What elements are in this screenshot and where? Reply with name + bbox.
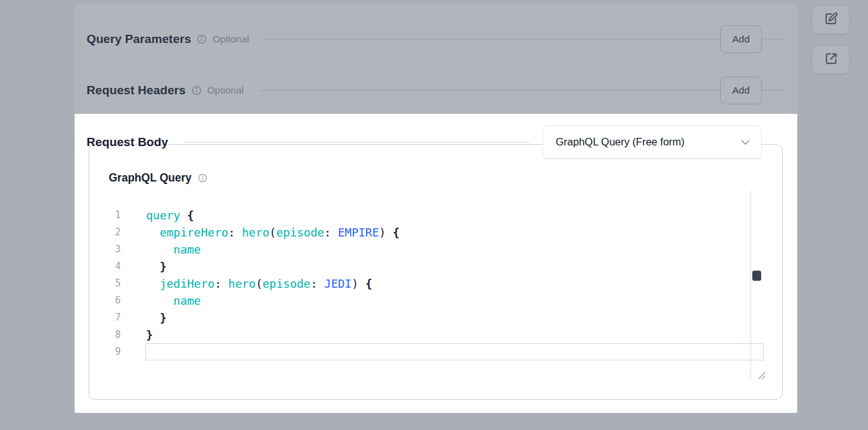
code-line: name: [146, 292, 745, 309]
external-link-icon: [824, 51, 838, 68]
code-line: name: [146, 241, 745, 258]
request-headers-title: Request Headers: [87, 83, 186, 97]
code-lines: query { empireHero: hero(episode: EMPIRE…: [146, 207, 745, 360]
line-number: 5: [106, 275, 122, 292]
optional-label: Optional: [207, 85, 244, 96]
body-type-select-value: GraphQL Query (Free form): [556, 136, 685, 148]
line-number-gutter: 123456789: [106, 207, 122, 360]
edit-icon: [824, 11, 838, 28]
optional-label: Optional: [212, 34, 249, 45]
add-request-header-button[interactable]: Add: [720, 77, 762, 104]
resize-handle[interactable]: [757, 370, 766, 379]
info-icon[interactable]: [197, 34, 207, 44]
divider-line: [266, 39, 784, 40]
code-line: }: [146, 326, 745, 343]
info-icon[interactable]: [198, 173, 207, 183]
line-number: 6: [106, 292, 122, 309]
add-query-parameter-button[interactable]: Add: [720, 25, 762, 53]
line-number: 3: [106, 241, 122, 258]
query-parameters-title: Query Parameters: [87, 32, 191, 46]
request-headers-section: Request Headers Optional Add: [87, 77, 798, 104]
line-number: 9: [106, 343, 122, 360]
code-line: }: [146, 309, 745, 326]
request-body-header: Request Body GraphQL Query (Free form): [87, 125, 798, 159]
graphql-query-label: GraphQL Query: [109, 171, 192, 185]
body-type-select[interactable]: GraphQL Query (Free form): [542, 125, 762, 159]
line-number: 1: [106, 207, 122, 224]
divider-line: [260, 90, 784, 91]
graphql-query-fieldset: GraphQL Query 123456789 query { empireHe…: [89, 144, 783, 400]
divider-line: [183, 142, 530, 143]
scrollbar-track-divider: [750, 190, 751, 378]
code-line: empireHero: hero(episode: EMPIRE) {: [146, 224, 745, 241]
chevron-down-icon: [740, 137, 751, 148]
query-parameters-section: Query Parameters Optional Add: [87, 25, 798, 53]
scrollbar-thumb[interactable]: [752, 271, 761, 281]
line-number: 8: [106, 326, 122, 343]
open-external-button[interactable]: [812, 45, 850, 74]
edit-button[interactable]: [812, 5, 850, 34]
active-line-highlight: [145, 343, 764, 360]
request-config-card: Query Parameters Optional Add Request He…: [75, 4, 798, 413]
info-icon[interactable]: [192, 85, 202, 95]
request-body-title: Request Body: [87, 135, 168, 149]
code-line: jediHero: hero(episode: JEDI) {: [146, 275, 745, 292]
code-line: }: [146, 258, 745, 275]
graphql-query-editor[interactable]: 123456789 query { empireHero: hero(episo…: [106, 190, 764, 380]
side-toolbar: [812, 5, 850, 74]
graphql-query-label-row: GraphQL Query: [109, 171, 207, 185]
code-line: query {: [146, 207, 745, 224]
line-number: 7: [106, 309, 122, 326]
line-number: 4: [106, 258, 122, 275]
line-number: 2: [106, 224, 122, 241]
